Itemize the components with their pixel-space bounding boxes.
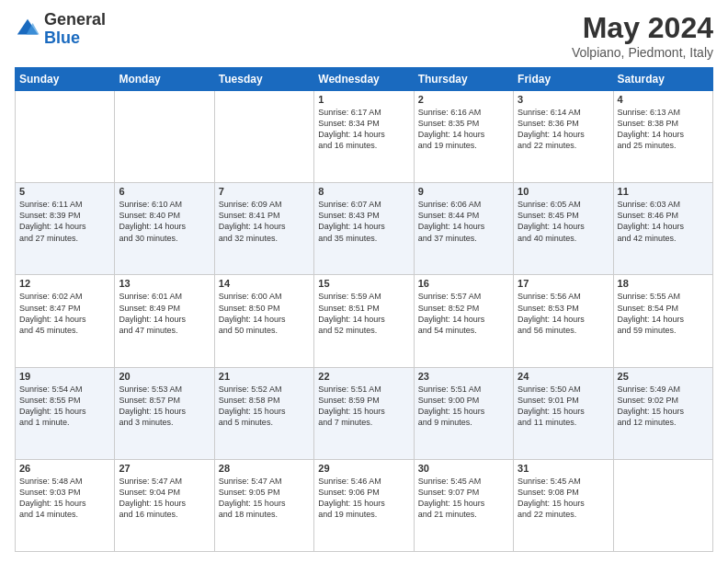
calendar-cell: 9Sunrise: 6:06 AM Sunset: 8:44 PM Daylig… — [414, 183, 513, 275]
calendar-cell — [214, 91, 313, 183]
calendar-cell: 28Sunrise: 5:47 AM Sunset: 9:05 PM Dayli… — [214, 459, 313, 551]
header-sunday: Sunday — [16, 68, 115, 91]
calendar-cell: 17Sunrise: 5:56 AM Sunset: 8:53 PM Dayli… — [514, 275, 613, 367]
calendar-cell: 12Sunrise: 6:02 AM Sunset: 8:47 PM Dayli… — [16, 275, 115, 367]
logo-icon — [15, 17, 40, 42]
day-number: 18 — [618, 278, 709, 289]
day-info: Sunrise: 6:17 AM Sunset: 8:34 PM Dayligh… — [318, 107, 409, 152]
calendar-cell: 13Sunrise: 6:01 AM Sunset: 8:49 PM Dayli… — [115, 275, 214, 367]
day-info: Sunrise: 6:10 AM Sunset: 8:40 PM Dayligh… — [119, 199, 210, 244]
calendar-cell: 18Sunrise: 5:55 AM Sunset: 8:54 PM Dayli… — [613, 275, 712, 367]
calendar-cell: 31Sunrise: 5:45 AM Sunset: 9:08 PM Dayli… — [514, 459, 613, 551]
calendar-cell: 29Sunrise: 5:46 AM Sunset: 9:06 PM Dayli… — [314, 459, 414, 551]
day-number: 21 — [219, 371, 310, 382]
day-number: 6 — [119, 186, 210, 197]
day-info: Sunrise: 5:59 AM Sunset: 8:51 PM Dayligh… — [318, 291, 409, 336]
day-number: 1 — [318, 94, 409, 105]
day-info: Sunrise: 6:02 AM Sunset: 8:47 PM Dayligh… — [19, 291, 110, 336]
day-info: Sunrise: 6:00 AM Sunset: 8:50 PM Dayligh… — [219, 291, 310, 336]
day-info: Sunrise: 5:55 AM Sunset: 8:54 PM Dayligh… — [618, 291, 709, 336]
day-info: Sunrise: 6:14 AM Sunset: 8:36 PM Dayligh… — [518, 107, 609, 152]
calendar-cell: 26Sunrise: 5:48 AM Sunset: 9:03 PM Dayli… — [16, 459, 115, 551]
week-row-0: 1Sunrise: 6:17 AM Sunset: 8:34 PM Daylig… — [16, 91, 713, 183]
header: General Blue May 2024 Volpiano, Piedmont… — [15, 11, 713, 60]
calendar-cell — [16, 91, 115, 183]
day-info: Sunrise: 6:06 AM Sunset: 8:44 PM Dayligh… — [418, 199, 509, 244]
calendar-cell: 8Sunrise: 6:07 AM Sunset: 8:43 PM Daylig… — [314, 183, 414, 275]
day-number: 28 — [219, 463, 310, 474]
title-area: May 2024 Volpiano, Piedmont, Italy — [572, 11, 713, 60]
calendar-cell: 24Sunrise: 5:50 AM Sunset: 9:01 PM Dayli… — [514, 367, 613, 459]
calendar-cell: 20Sunrise: 5:53 AM Sunset: 8:57 PM Dayli… — [115, 367, 214, 459]
day-number: 19 — [19, 371, 110, 382]
calendar-cell: 1Sunrise: 6:17 AM Sunset: 8:34 PM Daylig… — [314, 91, 414, 183]
day-info: Sunrise: 5:56 AM Sunset: 8:53 PM Dayligh… — [518, 291, 609, 336]
day-info: Sunrise: 6:16 AM Sunset: 8:35 PM Dayligh… — [418, 107, 509, 152]
logo-text: General Blue — [44, 11, 106, 48]
calendar-cell: 15Sunrise: 5:59 AM Sunset: 8:51 PM Dayli… — [314, 275, 414, 367]
calendar-cell: 27Sunrise: 5:47 AM Sunset: 9:04 PM Dayli… — [115, 459, 214, 551]
day-number: 20 — [119, 371, 210, 382]
day-info: Sunrise: 5:47 AM Sunset: 9:04 PM Dayligh… — [119, 476, 210, 521]
month-title: May 2024 — [572, 11, 713, 45]
day-info: Sunrise: 5:50 AM Sunset: 9:01 PM Dayligh… — [518, 384, 609, 429]
calendar-cell: 21Sunrise: 5:52 AM Sunset: 8:58 PM Dayli… — [214, 367, 313, 459]
day-info: Sunrise: 5:51 AM Sunset: 9:00 PM Dayligh… — [418, 384, 509, 429]
day-info: Sunrise: 5:49 AM Sunset: 9:02 PM Dayligh… — [618, 384, 709, 429]
calendar-cell: 6Sunrise: 6:10 AM Sunset: 8:40 PM Daylig… — [115, 183, 214, 275]
day-info: Sunrise: 6:03 AM Sunset: 8:46 PM Dayligh… — [618, 199, 709, 244]
page: General Blue May 2024 Volpiano, Piedmont… — [0, 0, 728, 563]
day-info: Sunrise: 5:54 AM Sunset: 8:55 PM Dayligh… — [19, 384, 110, 429]
calendar-cell: 16Sunrise: 5:57 AM Sunset: 8:52 PM Dayli… — [414, 275, 513, 367]
day-number: 16 — [418, 278, 509, 289]
day-number: 29 — [318, 463, 409, 474]
calendar-cell: 23Sunrise: 5:51 AM Sunset: 9:00 PM Dayli… — [414, 367, 513, 459]
day-number: 22 — [318, 371, 409, 382]
day-number: 7 — [219, 186, 310, 197]
day-info: Sunrise: 5:45 AM Sunset: 9:08 PM Dayligh… — [518, 476, 609, 521]
calendar-cell: 3Sunrise: 6:14 AM Sunset: 8:36 PM Daylig… — [514, 91, 613, 183]
day-info: Sunrise: 5:52 AM Sunset: 8:58 PM Dayligh… — [219, 384, 310, 429]
location: Volpiano, Piedmont, Italy — [572, 45, 713, 60]
day-info: Sunrise: 5:45 AM Sunset: 9:07 PM Dayligh… — [418, 476, 509, 521]
logo-blue-text: Blue — [44, 29, 106, 48]
calendar-cell: 4Sunrise: 6:13 AM Sunset: 8:38 PM Daylig… — [613, 91, 712, 183]
day-number: 30 — [418, 463, 509, 474]
day-number: 15 — [318, 278, 409, 289]
calendar-cell — [613, 459, 712, 551]
calendar-cell: 14Sunrise: 6:00 AM Sunset: 8:50 PM Dayli… — [214, 275, 313, 367]
day-info: Sunrise: 5:48 AM Sunset: 9:03 PM Dayligh… — [19, 476, 110, 521]
day-info: Sunrise: 5:53 AM Sunset: 8:57 PM Dayligh… — [119, 384, 210, 429]
day-number: 12 — [19, 278, 110, 289]
day-info: Sunrise: 6:11 AM Sunset: 8:39 PM Dayligh… — [19, 199, 110, 244]
calendar-cell — [115, 91, 214, 183]
calendar-table: Sunday Monday Tuesday Wednesday Thursday… — [15, 67, 713, 552]
day-info: Sunrise: 5:57 AM Sunset: 8:52 PM Dayligh… — [418, 291, 509, 336]
day-info: Sunrise: 5:46 AM Sunset: 9:06 PM Dayligh… — [318, 476, 409, 521]
header-monday: Monday — [115, 68, 214, 91]
calendar-cell: 7Sunrise: 6:09 AM Sunset: 8:41 PM Daylig… — [214, 183, 313, 275]
day-number: 3 — [518, 94, 609, 105]
day-number: 8 — [318, 186, 409, 197]
day-number: 4 — [618, 94, 709, 105]
day-number: 14 — [219, 278, 310, 289]
calendar-cell: 10Sunrise: 6:05 AM Sunset: 8:45 PM Dayli… — [514, 183, 613, 275]
day-info: Sunrise: 6:09 AM Sunset: 8:41 PM Dayligh… — [219, 199, 310, 244]
day-info: Sunrise: 6:05 AM Sunset: 8:45 PM Dayligh… — [518, 199, 609, 244]
day-info: Sunrise: 5:47 AM Sunset: 9:05 PM Dayligh… — [219, 476, 310, 521]
header-wednesday: Wednesday — [314, 68, 414, 91]
day-number: 17 — [518, 278, 609, 289]
calendar-cell: 11Sunrise: 6:03 AM Sunset: 8:46 PM Dayli… — [613, 183, 712, 275]
logo: General Blue — [15, 11, 106, 48]
day-number: 26 — [19, 463, 110, 474]
day-info: Sunrise: 6:13 AM Sunset: 8:38 PM Dayligh… — [618, 107, 709, 152]
day-info: Sunrise: 5:51 AM Sunset: 8:59 PM Dayligh… — [318, 384, 409, 429]
calendar-cell: 30Sunrise: 5:45 AM Sunset: 9:07 PM Dayli… — [414, 459, 513, 551]
week-row-2: 12Sunrise: 6:02 AM Sunset: 8:47 PM Dayli… — [16, 275, 713, 367]
calendar-cell: 2Sunrise: 6:16 AM Sunset: 8:35 PM Daylig… — [414, 91, 513, 183]
week-row-4: 26Sunrise: 5:48 AM Sunset: 9:03 PM Dayli… — [16, 459, 713, 551]
day-number: 5 — [19, 186, 110, 197]
day-info: Sunrise: 6:01 AM Sunset: 8:49 PM Dayligh… — [119, 291, 210, 336]
day-number: 31 — [518, 463, 609, 474]
calendar-cell: 22Sunrise: 5:51 AM Sunset: 8:59 PM Dayli… — [314, 367, 414, 459]
